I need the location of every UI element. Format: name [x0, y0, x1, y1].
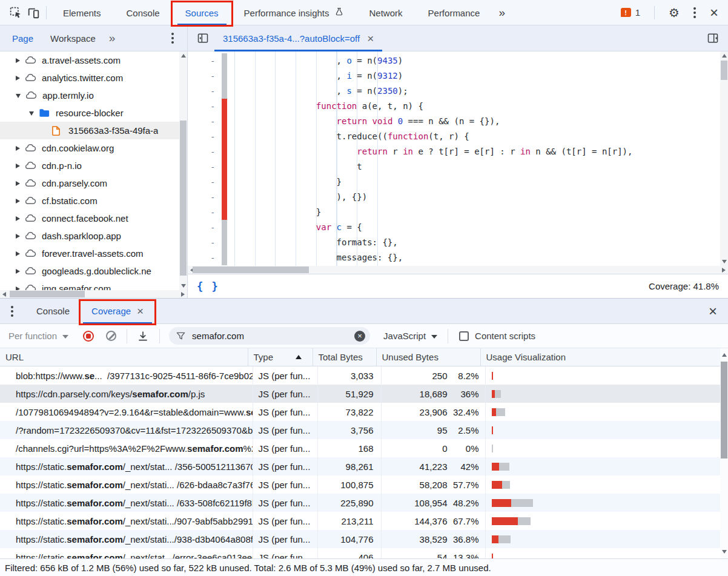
code-line-12[interactable]: - var c = {	[188, 220, 728, 235]
tree-item-img-semafor-com[interactable]: img.semafor.com	[0, 280, 187, 290]
table-row[interactable]: https://static.semafor.com/_next/stati..…	[0, 475, 728, 494]
unused-bytes-value: 144,376	[382, 516, 448, 526]
code-line-13[interactable]: - formats: {},	[188, 235, 728, 250]
more-tabs-icon[interactable]: »	[492, 6, 511, 19]
close-coverage-tab-icon[interactable]: ×	[137, 305, 144, 317]
token: i	[346, 71, 351, 81]
usage-bar-unused	[492, 554, 494, 559]
usage-bar-unused	[492, 372, 494, 380]
column-header-total-bytes[interactable]: Total Bytes	[313, 348, 377, 366]
code-line-2[interactable]: - , i = n(9312)	[188, 68, 728, 84]
tab-coverage[interactable]: Coverage ×	[81, 299, 154, 324]
table-row[interactable]: /1077981069494894?v=2.9.164&r=stable&dom…	[0, 403, 728, 421]
close-file-tab-icon[interactable]: ×	[367, 33, 374, 44]
tree-item-cf-bstatic-com[interactable]: cf.bstatic.com	[0, 192, 187, 210]
export-download-icon[interactable]	[137, 330, 149, 342]
drawer-menu-icon[interactable]	[11, 310, 13, 313]
dock-side-icon[interactable]	[704, 29, 722, 47]
code-line-8[interactable]: - t	[188, 159, 728, 174]
inspect-element-icon[interactable]	[6, 4, 24, 22]
column-header-type[interactable]: Type	[248, 348, 313, 366]
editor-horizontal-scrollbar[interactable]	[188, 266, 728, 274]
tab-performance-insights[interactable]: Performance insights	[231, 0, 357, 25]
kebab-menu-icon[interactable]	[693, 12, 696, 14]
tree-item-cdn-cookielaw-org[interactable]: cdn.cookielaw.org	[0, 139, 187, 157]
tab-network[interactable]: Network	[357, 0, 415, 25]
table-row[interactable]: blob:https://www.se... /3977131c-9025-45…	[0, 366, 728, 385]
close-devtools-icon[interactable]: ×	[710, 5, 718, 20]
code-line-9[interactable]: - }	[188, 174, 728, 190]
file-tab[interactable]: 315663a3-f35a-4...?autoBlock=off ×	[214, 25, 382, 51]
tree-item-forever-travel-assets-com[interactable]: forever.travel-assets.com	[0, 245, 187, 262]
clear-filter-icon[interactable]: ×	[354, 331, 365, 342]
unused-bytes-value: 54	[382, 552, 448, 559]
code-line-11[interactable]: - }	[188, 205, 728, 220]
editor-vertical-scrollbar[interactable]	[720, 51, 728, 266]
code-line-10[interactable]: - ), {})	[188, 190, 728, 205]
table-vertical-scrollbar[interactable]	[720, 348, 728, 558]
token: return	[337, 116, 368, 126]
code-line-7[interactable]: - return r in e ? t[r] = e[r] : r in n &…	[188, 144, 728, 159]
more-nav-tabs-icon[interactable]: »	[103, 31, 122, 45]
tree-item-cdn-p-n-io[interactable]: cdn.p-n.io	[0, 157, 187, 174]
device-toolbar-icon[interactable]	[24, 4, 42, 22]
tree-item-googleads-g-doubleclick-ne[interactable]: googleads.g.doubleclick.ne	[0, 262, 187, 280]
token: ), {})	[337, 192, 368, 202]
code-line-3[interactable]: - , s = n(2350);	[188, 84, 728, 99]
url-filter[interactable]: ×	[169, 327, 370, 345]
code-text: return void 0 === n && (n = {}),	[227, 114, 500, 129]
issues-button[interactable]: ! 1	[621, 7, 640, 18]
table-row[interactable]: https://cdn.parsely.com/keys/semafor.com…	[0, 385, 728, 403]
pretty-print-icon[interactable]: { }	[197, 280, 219, 293]
tab-workspace[interactable]: Workspace	[48, 33, 98, 44]
tab-elements[interactable]: Elements	[50, 0, 114, 25]
table-row[interactable]: https://static.semafor.com/_next/stat...…	[0, 457, 728, 475]
line-marker: -	[188, 114, 222, 129]
navigator-menu-icon[interactable]	[171, 37, 174, 39]
column-header-usage-visualization[interactable]: Usage Visualization	[481, 348, 728, 366]
type-filter-select[interactable]: JavaScript	[383, 331, 437, 341]
column-header-unused-bytes[interactable]: Unused Bytes	[377, 348, 481, 366]
tree-item-connect-facebook-net[interactable]: connect.facebook.net	[0, 210, 187, 227]
tab-sources[interactable]: Sources	[173, 0, 231, 25]
table-row[interactable]: /channels.cgi?url=https%3A%2F%2Fwww.sema…	[0, 439, 728, 457]
token	[392, 116, 397, 126]
coverage-mode-select[interactable]: Per function	[8, 331, 68, 341]
clear-icon[interactable]	[106, 331, 116, 341]
cell-type: JS (per fun...	[253, 366, 318, 385]
chevron-expanded-icon	[16, 94, 21, 98]
url-match-highlight: semafor.com	[67, 552, 123, 559]
tree-item-resource-blocker[interactable]: resource-blocker	[0, 104, 187, 122]
table-row[interactable]: https://static.semafor.com/_next/stati..…	[0, 512, 728, 530]
stop-recording-button[interactable]	[83, 331, 94, 342]
tab-console-drawer[interactable]: Console	[25, 299, 81, 324]
code-line-1[interactable]: - , o = n(9435)	[188, 53, 728, 68]
table-row[interactable]: https://static.semafor.com/_next/stat...…	[0, 548, 728, 558]
tab-console[interactable]: Console	[114, 0, 173, 25]
code-line-14[interactable]: - messages: {},	[188, 250, 728, 265]
table-row[interactable]: /?random=1723226509370&cv=11&fst=1723226…	[0, 421, 728, 439]
tree-item-analytics-twitter-com[interactable]: analytics.twitter.com	[0, 69, 187, 87]
content-scripts-checkbox[interactable]	[459, 331, 469, 341]
type-text: JS (per fun...	[259, 462, 311, 472]
tree-item-a-travel-assets-com[interactable]: a.travel-assets.com	[0, 51, 187, 69]
code-line-5[interactable]: - return void 0 === n && (n = {}),	[188, 114, 728, 129]
tree-item-app-termly-io[interactable]: app.termly.io	[0, 87, 187, 104]
tab-page[interactable]: Page	[10, 33, 36, 44]
settings-gear-icon[interactable]: ⚙	[669, 7, 680, 19]
code-line-6[interactable]: - t.reduce((function(t, r) {	[188, 129, 728, 144]
tree-item-cdn-parsely-com[interactable]: cdn.parsely.com	[0, 174, 187, 192]
tree-item-dash-sparkloop-app[interactable]: dash.sparkloop.app	[0, 227, 187, 245]
code-editor[interactable]: - , o = n(9435)- , i = n(9312)- , s = n(…	[188, 51, 728, 266]
code-line-4[interactable]: - function a(e, t, n) {	[188, 99, 728, 114]
table-row[interactable]: https://static.semafor.com/_next/stati..…	[0, 530, 728, 548]
sidebar-vertical-scrollbar[interactable]	[179, 51, 187, 290]
sidebar-horizontal-scrollbar[interactable]	[0, 290, 187, 298]
close-drawer-icon[interactable]: ×	[709, 304, 717, 319]
tab-performance[interactable]: Performance	[415, 0, 493, 25]
tree-item-315663a3-f35a-49fa-a[interactable]: 315663a3-f35a-49fa-a	[0, 122, 187, 139]
column-header-url[interactable]: URL	[0, 348, 248, 366]
filter-input[interactable]	[191, 330, 354, 342]
table-row[interactable]: https://static.semafor.com/_next/stati..…	[0, 494, 728, 512]
hide-navigator-icon[interactable]	[194, 29, 212, 47]
